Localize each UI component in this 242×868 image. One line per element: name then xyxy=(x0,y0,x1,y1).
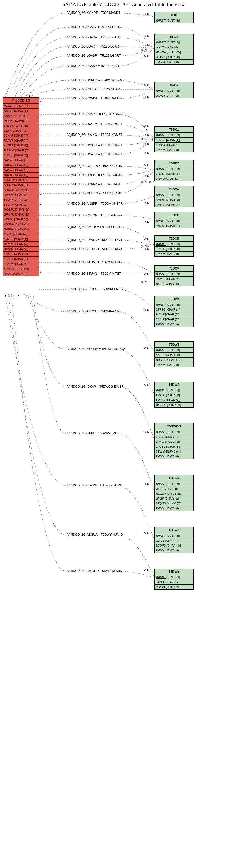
cardinality-label: 1 xyxy=(39,222,41,225)
field-type: [CHAR (5)] xyxy=(14,159,28,162)
field-name: HANSP xyxy=(155,277,166,280)
cardinality-label: 0..N xyxy=(26,95,31,98)
field-type: [CHAR (4)] xyxy=(15,267,29,270)
ref-field: ANTYP [CHAR (1)] xyxy=(154,197,194,202)
field-type: [CHAR (2)] xyxy=(14,223,29,226)
field-type: [CHAR (4)] xyxy=(166,56,180,59)
field-name: MANDT xyxy=(155,272,166,276)
field-name: GRTYP xyxy=(155,172,166,175)
main-field: STUAN [CHAR (1)] xyxy=(3,202,39,207)
field-name: ENDDA xyxy=(155,148,166,151)
ref-entity-t5dc1: T5DC1MANDT [CLNT (3)]KOTYP [CHAR (1)]KON… xyxy=(154,126,194,152)
field-name: SEQNO xyxy=(155,544,166,547)
cardinality-label: 1 xyxy=(9,295,10,298)
field-name: ANSPR xyxy=(4,114,14,117)
ref-entity-t5dwx: T5DWXMANDT [CLNT (3)]IDAUS [CHAR (4)]SEQ… xyxy=(154,527,194,553)
ref-entity-name: T5DCE xyxy=(154,212,194,218)
edge-label: V_5DCD_2G-LGASF = T512Z-LGART xyxy=(67,54,120,57)
edge-label: V_5DCD_2G-BEREG = T5DVB-BEREG xyxy=(67,287,123,291)
ref-entity-name: T5DWX xyxy=(154,527,194,533)
field-name: ANTYP xyxy=(4,109,13,113)
field-type: [CLNT (3)] xyxy=(167,193,180,196)
field-type: [DATS (8)] xyxy=(167,549,180,552)
field-name: DARUA xyxy=(4,228,14,231)
cardinality-label: 0..N xyxy=(141,180,146,183)
field-type: [NUMC (2)] xyxy=(166,440,180,443)
ref-field: ENDDA [DATS (8)] xyxy=(154,454,194,459)
edge-label: V_5DCD_2G-RWZKO = T5DC1-KONST xyxy=(67,112,123,116)
field-type: [CHAR (2)] xyxy=(14,183,28,186)
field-name: MANDT xyxy=(155,430,166,433)
ref-field: LIMZP [CHAR (1)] xyxy=(154,496,194,501)
main-field: BEREG [CHAR (4)] xyxy=(3,267,39,271)
cardinality-label: 1 xyxy=(39,163,41,167)
ref-entity-t5dce: T5DCEMANDT [CLNT (3)]RNTYP [CHAR (4)] xyxy=(154,212,194,228)
ref-entity-t5dwp: T5DWPMANDT [CLNT (3)]LIMIT [CHAR (4)]MOD… xyxy=(154,475,194,511)
cardinality-label: 0..N xyxy=(144,568,149,571)
field-name: MAAZR xyxy=(155,358,166,362)
field-type: [DATS (8)] xyxy=(167,148,180,151)
cardinality-label: 1 xyxy=(39,120,41,123)
field-name: L2UMT xyxy=(4,183,13,186)
main-field: L2ULB [CHAR (4)] xyxy=(3,178,39,183)
cardinality-label: 0..N xyxy=(144,483,149,486)
field-name: ENDDA xyxy=(155,455,166,458)
ref-entity-name: T5DCU xyxy=(154,236,194,242)
field-type: [CHAR (1)] xyxy=(166,172,180,175)
ref-field: IDVER [CHAR (4)] xyxy=(154,434,194,439)
ref-field: MANDT [CLNT (3)] xyxy=(154,348,194,352)
field-name: MANDT xyxy=(155,167,166,170)
cardinality-label: 1 xyxy=(39,212,41,215)
field-type: [DATS (8)] xyxy=(167,61,180,64)
ref-entity-name: T5DCV xyxy=(154,266,194,272)
field-name: VRALT xyxy=(155,440,165,443)
cardinality-label: 1 xyxy=(5,295,7,298)
edge-label: V_5DCD_2G-HBKRZ = T5DC7-GRPID xyxy=(67,182,122,186)
ref-field: MANDT [CLNT (3)] xyxy=(154,166,194,172)
field-type: [DATS (8)] xyxy=(14,124,28,127)
cardinality-label: 1 xyxy=(18,295,20,298)
ref-field: BBALT [CHAR (2)] xyxy=(154,317,194,322)
field-type: [CLNT (3)] xyxy=(167,243,180,246)
field-name: ENDDA xyxy=(155,61,166,64)
field-type: [NUMC (4)] xyxy=(166,450,180,453)
field-type: [CHAR (2)] xyxy=(166,177,179,180)
ref-field: INFTY [CHAR (4)] xyxy=(154,45,194,50)
cardinality-label: 1 xyxy=(39,111,41,114)
field-name: KOTYP xyxy=(155,138,165,142)
ref-field: DATAR [CHAR (2)] xyxy=(154,93,194,98)
field-type: [CHAR (1)] xyxy=(14,203,28,206)
edge-label: V_5DCD_2G-ANSPR = T5DCA-ANSPR xyxy=(67,202,123,206)
main-entity-name: V_5DCD_2G xyxy=(3,98,39,103)
field-name: RNTYP xyxy=(155,224,165,227)
field-name: LGART xyxy=(155,56,165,59)
main-field: UA3KO [CHAR (5)] xyxy=(3,168,39,173)
field-type: [CHAR (5)] xyxy=(15,149,29,152)
field-type: [CHAR (2)] xyxy=(14,243,28,246)
edge-label: V_5DCD_2G-STUAJ = T5DCV-MITST xyxy=(67,260,120,264)
ref-field: ANTYP [CHAR (1)] xyxy=(154,393,194,398)
main-field: UA1KO [CHAR (5)] xyxy=(3,158,39,163)
edge-label: V_5DCD_2G-L2WDA = T548Y-DATAR xyxy=(67,97,120,100)
edge-label: V_5DCD_2G-L2WLB = T5DCU-LTRGR xyxy=(67,238,122,242)
main-field: L2WDA [CHAR (2)] xyxy=(3,192,39,197)
field-name: MANDT xyxy=(4,104,14,107)
ref-entity-t000: T000MANDT [CLNT (3)] xyxy=(154,12,194,23)
main-field: LGAKZ [CHAR (4)] xyxy=(3,237,39,242)
ref-entity-name: T5DW8 xyxy=(154,342,194,348)
field-name: LIMIT xyxy=(155,487,163,490)
cardinality-label: 0..N xyxy=(141,244,146,247)
ref-field: GBJHR [NUMC (4)] xyxy=(154,449,194,454)
field-name: MANDT xyxy=(155,389,166,392)
ref-field: MANDT [CLNT (3)] xyxy=(154,242,194,247)
ref-field: HANSP [CHAR (4)] xyxy=(154,277,194,281)
ref-entity-t5dcv: T5DCVMANDT [CLNT (3)]HANSP [CHAR (4)]MIT… xyxy=(154,266,194,286)
edge-label: V_5DCD_2G-L2ULB = T5DCU-LTRGR xyxy=(67,225,122,229)
edge-label: V_5DCD_2G-MOZAN = T5DC7-GRPID xyxy=(67,191,122,195)
page-title: SAP ABAP table V_5DCD_2G {Generated Tabl… xyxy=(62,2,187,7)
field-name: LTRGR xyxy=(155,247,165,251)
cardinality-label: 1 xyxy=(39,154,41,157)
cardinality-label: 1 xyxy=(39,231,41,235)
cardinality-label: 0..N xyxy=(144,220,149,223)
main-field: RNTYP [CHAR (4)] xyxy=(3,138,39,143)
